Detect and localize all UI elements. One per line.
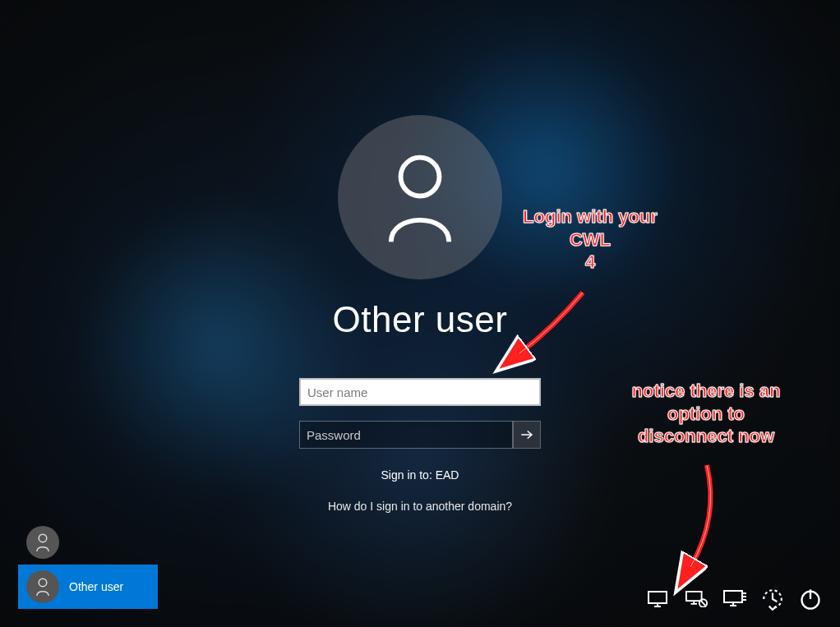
power-icon[interactable] xyxy=(799,589,822,609)
user-tile-other-account[interactable] xyxy=(18,520,158,565)
svg-point-0 xyxy=(401,158,440,196)
person-icon xyxy=(384,152,456,242)
person-icon xyxy=(35,578,50,596)
user-tile-other-user[interactable]: Other user xyxy=(18,565,158,609)
mini-avatar xyxy=(26,570,59,603)
system-tray xyxy=(648,589,822,609)
mini-avatar xyxy=(26,526,59,559)
login-panel: Other user Sign in to: EAD How do I sign… xyxy=(247,115,593,513)
network-icon[interactable] xyxy=(648,589,671,609)
user-tile-label: Other user xyxy=(69,580,123,593)
login-title: Other user xyxy=(333,299,508,340)
signin-domain-text: Sign in to: EAD xyxy=(381,468,459,482)
svg-rect-4 xyxy=(648,592,667,603)
svg-rect-7 xyxy=(686,592,702,601)
person-icon xyxy=(35,533,50,551)
svg-point-2 xyxy=(39,534,47,542)
username-input[interactable] xyxy=(299,378,541,406)
arrow-right-icon xyxy=(519,427,534,442)
ethernet-icon[interactable] xyxy=(723,589,746,609)
password-field-wrap xyxy=(299,421,541,449)
svg-point-3 xyxy=(39,579,47,587)
disconnect-icon[interactable] xyxy=(685,589,708,609)
ease-of-access-icon[interactable] xyxy=(761,589,784,609)
submit-button[interactable] xyxy=(513,421,541,449)
user-avatar-large xyxy=(338,115,502,279)
other-domain-link[interactable]: How do I sign in to another domain? xyxy=(328,500,512,513)
user-list: Other user xyxy=(18,520,158,609)
password-input[interactable] xyxy=(299,421,513,449)
svg-line-11 xyxy=(701,601,706,606)
username-field-wrap xyxy=(299,378,541,406)
svg-rect-12 xyxy=(724,591,742,602)
